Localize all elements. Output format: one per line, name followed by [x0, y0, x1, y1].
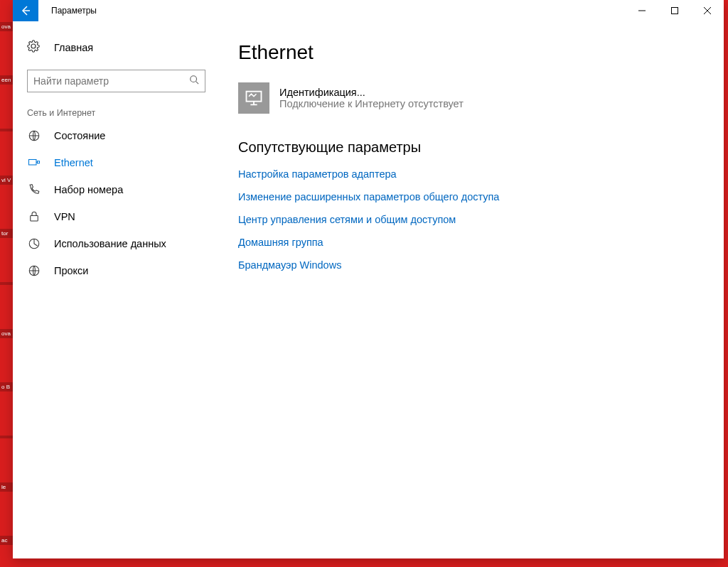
svg-rect-5: [31, 216, 38, 222]
sidebar-home[interactable]: Главная: [17, 34, 215, 61]
close-button[interactable]: [691, 0, 724, 21]
search-box[interactable]: [27, 70, 205, 92]
network-monitor-icon: [238, 82, 269, 114]
link-firewall[interactable]: Брандмауэр Windows: [238, 259, 701, 271]
titlebar: Параметры: [13, 0, 724, 21]
network-item[interactable]: Идентификация... Подключение к Интернету…: [238, 82, 701, 114]
gear-icon: [27, 40, 41, 55]
sidebar-item-data-usage[interactable]: Использование данных: [17, 230, 215, 257]
link-network-center[interactable]: Центр управления сетями и общим доступом: [238, 214, 701, 225]
desktop-background-edge: ovaeenvi Vtorovao Bleac: [0, 0, 13, 567]
sidebar: Главная Сеть и Интернет Состояние Ethern…: [13, 21, 215, 558]
svg-rect-0: [672, 8, 678, 14]
ethernet-icon: [27, 156, 41, 169]
sidebar-item-vpn[interactable]: VPN: [17, 203, 215, 230]
page-title: Ethernet: [238, 41, 701, 64]
back-button[interactable]: [13, 0, 38, 21]
vpn-icon: [27, 210, 41, 223]
sidebar-item-status[interactable]: Состояние: [17, 122, 215, 149]
maximize-button[interactable]: [658, 0, 691, 21]
sidebar-item-label: Прокси: [54, 265, 88, 276]
window-body: Главная Сеть и Интернет Состояние Ethern…: [13, 21, 724, 558]
window-title: Параметры: [51, 6, 97, 16]
sidebar-section-label: Сеть и Интернет: [27, 108, 215, 118]
sidebar-item-proxy[interactable]: Прокси: [17, 257, 215, 284]
arrow-left-icon: [20, 5, 31, 16]
link-advanced-sharing[interactable]: Изменение расширенных параметров общего …: [238, 191, 701, 202]
svg-rect-4: [38, 161, 40, 163]
related-heading: Сопутствующие параметры: [238, 139, 701, 156]
main-content: Ethernet Идентификация... Подключение к …: [215, 21, 724, 558]
minimize-icon: [638, 7, 646, 14]
sidebar-item-dialup[interactable]: Набор номера: [17, 176, 215, 203]
search-input[interactable]: [33, 75, 189, 87]
dialup-icon: [27, 183, 41, 196]
network-name: Идентификация...: [279, 87, 464, 98]
svg-point-1: [191, 76, 197, 82]
window-controls: [626, 0, 724, 21]
search-icon: [189, 75, 199, 87]
status-icon: [27, 129, 41, 142]
data-usage-icon: [27, 237, 41, 250]
sidebar-item-label: Использование данных: [54, 238, 166, 249]
sidebar-item-label: Ethernet: [54, 157, 93, 168]
sidebar-item-label: Состояние: [54, 130, 105, 141]
minimize-button[interactable]: [626, 0, 658, 21]
sidebar-home-label: Главная: [54, 42, 93, 53]
sidebar-item-label: VPN: [54, 211, 75, 222]
close-icon: [704, 7, 711, 14]
settings-window: Параметры Главная Сеть и Интернет: [13, 0, 724, 558]
sidebar-item-label: Набор номера: [54, 184, 123, 195]
link-homegroup[interactable]: Домашняя группа: [238, 237, 701, 248]
svg-rect-3: [29, 160, 37, 166]
proxy-icon: [27, 264, 41, 277]
link-adapter-settings[interactable]: Настройка параметров адаптера: [238, 168, 701, 180]
network-text: Идентификация... Подключение к Интернету…: [279, 87, 464, 109]
maximize-icon: [671, 7, 678, 14]
sidebar-item-ethernet[interactable]: Ethernet: [17, 149, 215, 176]
network-status: Подключение к Интернету отсутствует: [279, 98, 464, 109]
